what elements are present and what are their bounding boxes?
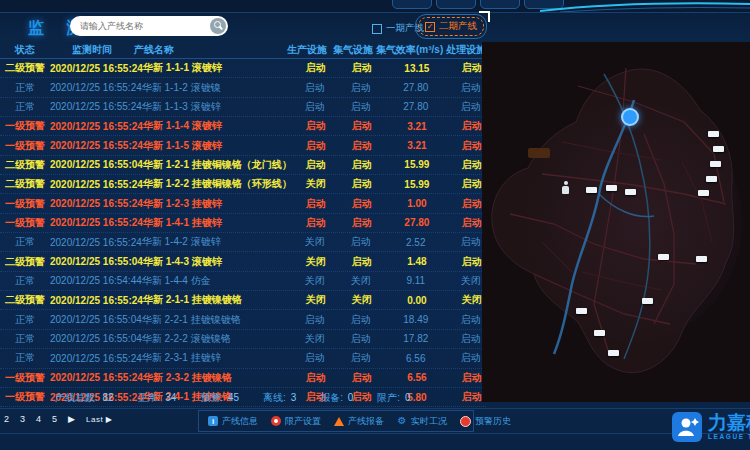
page-button[interactable]: 3 [20,414,25,424]
report-icon [334,417,344,426]
table-row[interactable]: 一级预警2020/12/25 16:55:24华新 1-1-5 滚镀锌启动启动3… [0,136,486,155]
cell: 一级预警 [0,390,50,404]
cell: 启动 [339,371,385,385]
cell: 二级预警 [0,158,50,172]
page-button[interactable]: 5 [52,414,57,424]
realtime-status-button[interactable]: 实时工况 [397,415,447,428]
cell: 27.80 [385,217,449,228]
cell: 正常 [0,100,50,114]
cell: 启动 [338,313,384,327]
map-zone-label [528,148,550,158]
cell: 启动 [292,351,338,365]
map-graphic [482,42,750,402]
table-row[interactable]: 正常2020/12/25 16:55:24华新 1-1-3 滚镀锌启动启动27.… [0,98,486,117]
city-map-panel[interactable] [482,42,750,402]
map-marker[interactable] [710,161,721,167]
column-header: 监测时间 [50,43,134,57]
table-row[interactable]: 一级预警2020/12/25 16:55:24华新 1-1-4 滚镀锌启动启动3… [0,117,486,136]
cell: 关闭 [292,274,338,288]
cell: 华新 1-1-3 滚镀锌 [142,100,292,114]
production-limit-settings-button[interactable]: 限产设置 [271,415,321,428]
monitoring-dashboard: 监 测 一期产线 ✓ 二期产线 状态监测时间产线名称生产设施集气设施集气效率(m… [0,0,750,450]
column-header: 状态 [0,43,50,57]
cell: 关闭 [293,255,339,269]
cell: 启动 [293,197,339,211]
next-page-button[interactable]: ▶ [68,414,75,424]
map-marker[interactable] [706,176,717,182]
column-header: 集气设施 [330,43,376,57]
table-row[interactable]: 正常2020/12/25 16:55:24华新 1-1-2 滚镀镍启动启动27.… [0,78,486,97]
map-marker[interactable] [576,308,587,314]
cell: 华新 1-4-2 滚镀锌 [142,235,292,249]
table-row[interactable]: 二级预警2020/12/25 16:55:24华新 1-1-1 滚镀锌启动启动1… [0,59,486,78]
summary-item: 报备: 0 [320,391,353,405]
logo-name: 力嘉科技 [708,412,750,433]
pagination: 2345▶Last ▶ [4,414,112,424]
table-row[interactable]: 二级预警2020/12/25 16:55:04华新 1-4-3 滚镀锌关闭启动1… [0,252,486,271]
cell: 2020/12/25 16:55:24 [50,140,143,151]
table-row[interactable]: 正常2020/12/25 16:55:24华新 1-4-2 滚镀锌关闭启动2.5… [0,233,486,252]
map-marker[interactable] [713,146,724,152]
map-cluster-marker[interactable] [621,108,639,126]
phase2-line-button[interactable]: ✓ 二期产线 [415,14,487,39]
map-marker[interactable] [586,187,597,193]
search-input[interactable] [70,16,208,36]
map-marker[interactable] [696,256,707,262]
map-marker[interactable] [698,190,709,196]
column-header: 集气效率(m³/s) [376,43,443,57]
cell: 1.48 [385,256,449,267]
map-marker[interactable] [625,189,636,195]
table-body: 二级预警2020/12/25 16:55:24华新 1-1-1 滚镀锌启动启动1… [0,59,486,407]
search-icon[interactable] [210,18,226,34]
cell: 2020/12/25 16:55:24 [50,372,143,383]
table-row[interactable]: 二级预警2020/12/25 16:55:24华新 2-1-1 挂镀镍镀铬关闭关… [0,291,486,310]
header-swoosh-decoration [540,0,750,12]
table-row[interactable]: 一级预警2020/12/25 16:55:24华新 2-3-2 挂镀镍铬启动启动… [0,369,486,388]
cell: 关闭 [293,293,339,307]
map-marker[interactable] [594,330,605,336]
page-button[interactable]: 4 [36,414,41,424]
table-row[interactable]: 二级预警2020/12/25 16:55:24华新 1-2-2 挂镀铜镍铬（环形… [0,175,486,194]
table-row[interactable]: 二级预警2020/12/25 16:55:04华新 1-2-1 挂镀铜镍铬（龙门… [0,156,486,175]
ghost-tab [392,0,432,9]
table-row[interactable]: 正常2020/12/25 16:55:04华新 2-2-2 滚镀镍铬关闭启动17… [0,330,486,349]
footer-button-label: 限产设置 [285,415,321,428]
table-row[interactable]: 正常2020/12/25 16:54:44华新 1-4-4 仿金关闭关闭9.11… [0,272,486,291]
summary-item: 预警: 45 [200,391,239,405]
logo-subtitle: LEAGUE TECH [708,433,750,440]
map-marker[interactable] [606,185,617,191]
cell: 2020/12/25 16:55:24 [50,121,143,132]
cell: 华新 1-4-1 挂镀锌 [143,216,293,230]
cell: 启动 [293,119,339,133]
table-row[interactable]: 正常2020/12/25 16:55:04华新 2-2-1 挂镀镍镀铬启动启动1… [0,310,486,329]
summary-item: 正常: 34 [138,391,177,405]
ghost-tab [436,0,476,9]
cell: 启动 [338,332,384,346]
last-page-button[interactable]: Last ▶ [86,415,113,424]
cell: 华新 1-1-2 滚镀镍 [142,81,292,95]
map-marker[interactable] [658,254,669,260]
page-button[interactable]: 2 [4,414,9,424]
cell: 正常 [0,235,50,249]
warning-history-button[interactable]: 预警历史 [460,415,511,428]
map-person-icon [562,181,569,194]
line-info-button[interactable]: 产线信息 [208,415,258,428]
cell: 9.11 [384,275,448,286]
search-box[interactable] [70,16,228,36]
table-row[interactable]: 一级预警2020/12/25 16:55:24华新 1-2-3 挂镀锌启动启动1… [0,194,486,213]
cell: 关闭 [338,274,384,288]
map-marker[interactable] [608,350,619,356]
cell: 一级预警 [0,197,50,211]
top-decoration-strip [0,0,750,13]
map-marker[interactable] [642,298,653,304]
cell: 2020/12/25 16:55:24 [50,179,143,190]
cell: 一级预警 [0,119,50,133]
map-marker[interactable] [708,131,719,137]
table-row[interactable]: 一级预警2020/12/25 16:55:24华新 1-4-1 挂镀锌启动启动2… [0,214,486,233]
line-report-button[interactable]: 产线报备 [334,415,384,428]
cell: 启动 [293,61,339,75]
summary-item: 产线总数: 82 [55,391,114,405]
cell: 正常 [0,81,50,95]
table-row[interactable]: 正常2020/12/25 16:55:24华新 2-3-1 挂镀锌启动启动6.5… [0,349,486,368]
footer-button-label: 预警历史 [475,415,511,428]
